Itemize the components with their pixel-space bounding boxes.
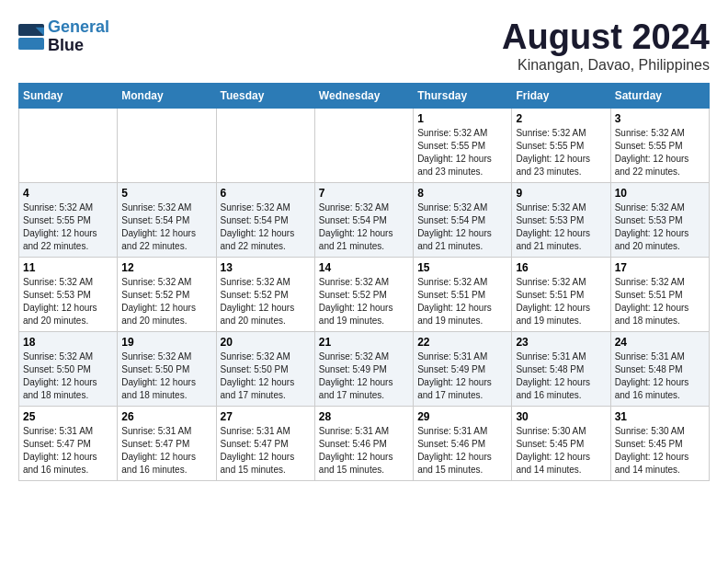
day-info: Sunrise: 5:31 AM Sunset: 5:47 PM Dayligh… <box>23 425 113 477</box>
day-info: Sunrise: 5:32 AM Sunset: 5:53 PM Dayligh… <box>516 201 606 253</box>
calendar-cell <box>19 108 118 182</box>
calendar-cell: 23Sunrise: 5:31 AM Sunset: 5:48 PM Dayli… <box>512 331 610 406</box>
calendar-cell: 18Sunrise: 5:32 AM Sunset: 5:50 PM Dayli… <box>19 331 118 406</box>
day-number: 19 <box>121 336 211 349</box>
day-number: 26 <box>121 410 211 423</box>
day-info: Sunrise: 5:32 AM Sunset: 5:53 PM Dayligh… <box>23 276 113 327</box>
calendar-cell: 16Sunrise: 5:32 AM Sunset: 5:51 PM Dayli… <box>512 257 610 331</box>
day-number: 16 <box>516 261 606 274</box>
day-info: Sunrise: 5:30 AM Sunset: 5:45 PM Dayligh… <box>615 425 705 477</box>
day-number: 24 <box>615 336 705 349</box>
day-number: 12 <box>121 261 211 274</box>
day-number: 2 <box>516 112 606 125</box>
day-number: 6 <box>221 187 311 200</box>
day-info: Sunrise: 5:32 AM Sunset: 5:49 PM Dayligh… <box>319 350 409 402</box>
calendar-cell: 22Sunrise: 5:31 AM Sunset: 5:49 PM Dayli… <box>414 331 512 406</box>
calendar-cell <box>216 108 314 182</box>
calendar-week-2: 4Sunrise: 5:32 AM Sunset: 5:55 PM Daylig… <box>19 182 710 257</box>
calendar-cell: 28Sunrise: 5:31 AM Sunset: 5:46 PM Dayli… <box>314 406 413 480</box>
day-info: Sunrise: 5:32 AM Sunset: 5:55 PM Dayligh… <box>615 127 705 178</box>
day-number: 29 <box>417 410 507 423</box>
day-number: 15 <box>417 261 507 274</box>
day-number: 21 <box>319 336 409 349</box>
calendar-cell: 4Sunrise: 5:32 AM Sunset: 5:55 PM Daylig… <box>19 182 118 257</box>
day-number: 3 <box>615 112 705 125</box>
calendar-cell: 17Sunrise: 5:32 AM Sunset: 5:51 PM Dayli… <box>610 257 709 331</box>
day-info: Sunrise: 5:32 AM Sunset: 5:55 PM Dayligh… <box>23 201 113 253</box>
calendar-week-4: 18Sunrise: 5:32 AM Sunset: 5:50 PM Dayli… <box>19 331 710 406</box>
day-number: 27 <box>221 410 311 423</box>
col-header-wednesday: Wednesday <box>314 83 413 108</box>
calendar-cell: 19Sunrise: 5:32 AM Sunset: 5:50 PM Dayli… <box>118 331 216 406</box>
calendar-cell: 30Sunrise: 5:30 AM Sunset: 5:45 PM Dayli… <box>512 406 610 480</box>
col-header-thursday: Thursday <box>414 83 512 108</box>
day-number: 8 <box>417 187 507 200</box>
page-subtitle: Kinangan, Davao, Philippines <box>502 57 710 74</box>
calendar-cell: 26Sunrise: 5:31 AM Sunset: 5:47 PM Dayli… <box>118 406 216 480</box>
day-info: Sunrise: 5:31 AM Sunset: 5:48 PM Dayligh… <box>516 350 606 402</box>
calendar-cell: 5Sunrise: 5:32 AM Sunset: 5:54 PM Daylig… <box>118 182 216 257</box>
col-header-saturday: Saturday <box>610 83 709 108</box>
calendar-cell: 29Sunrise: 5:31 AM Sunset: 5:46 PM Dayli… <box>414 406 512 480</box>
day-info: Sunrise: 5:32 AM Sunset: 5:54 PM Dayligh… <box>221 201 311 253</box>
svg-rect-1 <box>18 38 44 50</box>
calendar-cell: 12Sunrise: 5:32 AM Sunset: 5:52 PM Dayli… <box>118 257 216 331</box>
page-title: August 2024 <box>502 18 710 57</box>
calendar-cell: 25Sunrise: 5:31 AM Sunset: 5:47 PM Dayli… <box>19 406 118 480</box>
day-number: 14 <box>319 261 409 274</box>
calendar-cell: 9Sunrise: 5:32 AM Sunset: 5:53 PM Daylig… <box>512 182 610 257</box>
day-info: Sunrise: 5:32 AM Sunset: 5:52 PM Dayligh… <box>221 276 311 327</box>
day-number: 10 <box>615 187 705 200</box>
calendar-table: SundayMondayTuesdayWednesdayThursdayFrid… <box>18 83 710 481</box>
col-header-tuesday: Tuesday <box>216 83 314 108</box>
logo-text: General Blue <box>48 18 109 55</box>
day-info: Sunrise: 5:31 AM Sunset: 5:47 PM Dayligh… <box>121 425 211 477</box>
day-number: 18 <box>23 336 113 349</box>
logo: General Blue <box>18 18 109 55</box>
calendar-cell: 14Sunrise: 5:32 AM Sunset: 5:52 PM Dayli… <box>314 257 413 331</box>
day-info: Sunrise: 5:30 AM Sunset: 5:45 PM Dayligh… <box>516 425 606 477</box>
calendar-cell: 24Sunrise: 5:31 AM Sunset: 5:48 PM Dayli… <box>610 331 709 406</box>
day-number: 17 <box>615 261 705 274</box>
day-number: 20 <box>221 336 311 349</box>
day-info: Sunrise: 5:32 AM Sunset: 5:52 PM Dayligh… <box>121 276 211 327</box>
day-info: Sunrise: 5:32 AM Sunset: 5:50 PM Dayligh… <box>221 350 311 402</box>
calendar-cell: 20Sunrise: 5:32 AM Sunset: 5:50 PM Dayli… <box>216 331 314 406</box>
day-info: Sunrise: 5:32 AM Sunset: 5:54 PM Dayligh… <box>319 201 409 253</box>
calendar-week-1: 1Sunrise: 5:32 AM Sunset: 5:55 PM Daylig… <box>19 108 710 182</box>
title-block: August 2024 Kinangan, Davao, Philippines <box>502 18 710 74</box>
day-info: Sunrise: 5:31 AM Sunset: 5:46 PM Dayligh… <box>417 425 507 477</box>
page-header: General Blue August 2024 Kinangan, Davao… <box>18 18 710 74</box>
day-info: Sunrise: 5:31 AM Sunset: 5:46 PM Dayligh… <box>319 425 409 477</box>
calendar-cell: 31Sunrise: 5:30 AM Sunset: 5:45 PM Dayli… <box>610 406 709 480</box>
day-info: Sunrise: 5:32 AM Sunset: 5:51 PM Dayligh… <box>417 276 507 327</box>
day-info: Sunrise: 5:32 AM Sunset: 5:51 PM Dayligh… <box>615 276 705 327</box>
col-header-monday: Monday <box>118 83 216 108</box>
day-info: Sunrise: 5:32 AM Sunset: 5:52 PM Dayligh… <box>319 276 409 327</box>
day-info: Sunrise: 5:32 AM Sunset: 5:50 PM Dayligh… <box>121 350 211 402</box>
calendar-cell: 8Sunrise: 5:32 AM Sunset: 5:54 PM Daylig… <box>414 182 512 257</box>
calendar-cell: 13Sunrise: 5:32 AM Sunset: 5:52 PM Dayli… <box>216 257 314 331</box>
day-number: 13 <box>221 261 311 274</box>
day-number: 30 <box>516 410 606 423</box>
calendar-cell <box>314 108 413 182</box>
day-info: Sunrise: 5:31 AM Sunset: 5:49 PM Dayligh… <box>417 350 507 402</box>
day-info: Sunrise: 5:32 AM Sunset: 5:55 PM Dayligh… <box>516 127 606 178</box>
day-number: 1 <box>417 112 507 125</box>
calendar-cell: 11Sunrise: 5:32 AM Sunset: 5:53 PM Dayli… <box>19 257 118 331</box>
day-number: 5 <box>121 187 211 200</box>
calendar-week-5: 25Sunrise: 5:31 AM Sunset: 5:47 PM Dayli… <box>19 406 710 480</box>
calendar-cell: 2Sunrise: 5:32 AM Sunset: 5:55 PM Daylig… <box>512 108 610 182</box>
calendar-cell: 10Sunrise: 5:32 AM Sunset: 5:53 PM Dayli… <box>610 182 709 257</box>
calendar-cell: 6Sunrise: 5:32 AM Sunset: 5:54 PM Daylig… <box>216 182 314 257</box>
day-number: 23 <box>516 336 606 349</box>
day-info: Sunrise: 5:32 AM Sunset: 5:55 PM Dayligh… <box>417 127 507 178</box>
calendar-cell: 21Sunrise: 5:32 AM Sunset: 5:49 PM Dayli… <box>314 331 413 406</box>
calendar-cell: 1Sunrise: 5:32 AM Sunset: 5:55 PM Daylig… <box>414 108 512 182</box>
calendar-week-3: 11Sunrise: 5:32 AM Sunset: 5:53 PM Dayli… <box>19 257 710 331</box>
day-info: Sunrise: 5:31 AM Sunset: 5:47 PM Dayligh… <box>221 425 311 477</box>
day-number: 11 <box>23 261 113 274</box>
calendar-cell: 7Sunrise: 5:32 AM Sunset: 5:54 PM Daylig… <box>314 182 413 257</box>
logo-icon <box>18 24 44 50</box>
calendar-cell: 27Sunrise: 5:31 AM Sunset: 5:47 PM Dayli… <box>216 406 314 480</box>
